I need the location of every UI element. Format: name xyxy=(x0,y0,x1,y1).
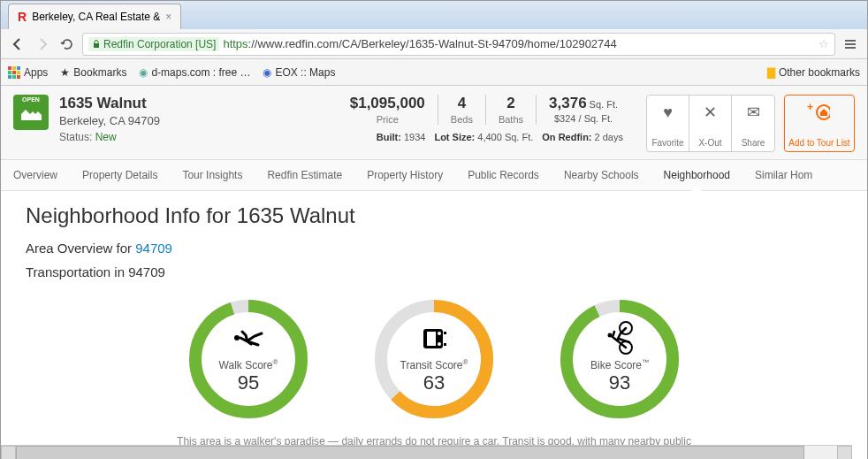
tab-title: Berkeley, CA Real Estate & xyxy=(32,11,160,23)
scroll-thumb[interactable] xyxy=(16,446,804,459)
heart-icon: ♥ xyxy=(663,103,673,122)
stats-block: $1,095,000 Price 4 Beds 2 Baths 3,376S xyxy=(338,95,623,142)
address-street: 1635 Walnut xyxy=(59,95,160,112)
scores: Walk Score® 95 xyxy=(26,297,842,421)
property-header: 1635 Walnut Berkeley, CA 94709 Status: N… xyxy=(1,86,867,160)
scroll-right-button[interactable] xyxy=(837,446,852,459)
walk-value: 95 xyxy=(238,371,259,394)
svg-rect-11 xyxy=(444,343,446,346)
tab-insights[interactable]: Tour Insights xyxy=(182,160,242,190)
page-scroll[interactable]: 1635 Walnut Berkeley, CA 94709 Status: N… xyxy=(1,86,867,459)
address-block: 1635 Walnut Berkeley, CA 94709 Status: N… xyxy=(59,95,160,143)
tab-bar: R Berkeley, CA Real Estate & × xyxy=(1,1,867,29)
walk-label: Walk Score® xyxy=(219,358,278,371)
bookmark-bar: Apps ★ Bookmarks ◉ d-maps.com : free … ◉… xyxy=(1,59,867,86)
page-title: Neighborhood Info for 1635 Walnut xyxy=(26,203,842,228)
meta-row: Built: 1934 Lot Size: 4,400 Sq. Ft. On R… xyxy=(377,132,623,142)
tab-details[interactable]: Property Details xyxy=(82,160,157,190)
globe-icon: ◉ xyxy=(139,66,148,79)
apps-button[interactable]: Apps xyxy=(8,66,48,79)
browser-window: R Berkeley, CA Real Estate & × Redfin Co… xyxy=(0,0,868,459)
svg-rect-12 xyxy=(444,332,446,334)
address-city: Berkeley, CA 94709 xyxy=(59,114,160,127)
page-viewport: 1635 Walnut Berkeley, CA 94709 Status: N… xyxy=(1,86,867,459)
svg-rect-8 xyxy=(427,332,436,346)
star-icon: ★ xyxy=(60,66,70,79)
svg-point-4 xyxy=(234,335,240,340)
stats-row: $1,095,000 Price 4 Beds 2 Baths 3,376S xyxy=(338,95,623,125)
bike-value: 93 xyxy=(609,371,630,394)
action-group: ♥ Favorite ✕ X-Out ✉ Share xyxy=(646,95,775,152)
stat-beds: 4 Beds xyxy=(438,95,486,125)
transit-label: Transit Score® xyxy=(400,358,468,371)
zip-link[interactable]: 94709 xyxy=(135,241,172,256)
subnav: Overview Property Details Tour Insights … xyxy=(1,160,867,191)
bike-score-ring: Bike Score™ 93 xyxy=(558,297,681,421)
actions: ♥ Favorite ✕ X-Out ✉ Share xyxy=(646,95,855,152)
tab-similar[interactable]: Similar Hom xyxy=(755,160,812,190)
apps-label: Apps xyxy=(24,66,48,79)
walk-icon xyxy=(235,325,262,356)
back-button[interactable] xyxy=(8,34,27,54)
other-bookmarks[interactable]: ▇ Other bookmarks xyxy=(767,66,860,79)
tab-history[interactable]: Property History xyxy=(367,160,443,190)
open-house-badge[interactable] xyxy=(13,95,49,130)
tab-close-icon[interactable]: × xyxy=(165,11,171,23)
eye-icon: ◉ xyxy=(263,66,271,79)
walk-score-ring: Walk Score® 95 xyxy=(187,297,310,421)
ssl-org: Redfin Corporation [US] xyxy=(103,38,216,50)
forward-button[interactable] xyxy=(33,34,52,54)
content: Neighborhood Info for 1635 Walnut Area O… xyxy=(1,191,867,459)
transit-score-ring: Transit Score® 63 xyxy=(372,297,496,421)
bike-icon xyxy=(603,325,636,356)
bookmark-star-icon[interactable]: ☆ xyxy=(819,37,829,50)
scroll-track[interactable] xyxy=(16,446,837,459)
status-line: Status: New xyxy=(59,131,160,143)
x-icon: ✕ xyxy=(704,103,717,122)
stat-price: $1,095,000 Price xyxy=(338,95,438,125)
nav-bar: Redfin Corporation [US] https://www.redf… xyxy=(1,29,867,59)
browser-tab[interactable]: R Berkeley, CA Real Estate & × xyxy=(8,4,181,29)
url-text: https://www.redfin.com/CA/Berkeley/1635-… xyxy=(223,37,616,50)
transit-value: 63 xyxy=(423,371,445,394)
tab-neighborhood[interactable]: Neighborhood xyxy=(664,160,730,190)
svg-rect-0 xyxy=(94,43,99,48)
stat-baths: 2 Baths xyxy=(486,95,537,125)
tour-icon: + xyxy=(809,103,830,122)
redfin-favicon: R xyxy=(18,10,27,24)
folder-icon: ▇ xyxy=(767,66,775,79)
transportation-heading: Transportation in 94709 xyxy=(26,264,842,279)
bus-icon xyxy=(420,325,448,356)
tab-estimate[interactable]: Redfin Estimate xyxy=(267,160,342,190)
tab-schools[interactable]: Nearby Schools xyxy=(564,160,639,190)
bookmark-eox[interactable]: ◉ EOX :: Maps xyxy=(263,66,335,79)
tab-records[interactable]: Public Records xyxy=(468,160,539,190)
lock-icon xyxy=(92,40,101,49)
apps-icon xyxy=(8,66,20,79)
url-bar[interactable]: Redfin Corporation [US] https://www.redf… xyxy=(82,33,835,56)
bookmark-dmaps[interactable]: ◉ d-maps.com : free … xyxy=(139,66,250,79)
reload-button[interactable] xyxy=(57,34,77,54)
stat-sqft: 3,376Sq. Ft. $324 / Sq. Ft. xyxy=(537,95,623,124)
scroll-left-button[interactable] xyxy=(1,446,16,459)
favorite-button[interactable]: ♥ Favorite xyxy=(647,96,689,151)
houses-icon xyxy=(19,105,42,125)
share-button[interactable]: ✉ Share xyxy=(732,96,774,151)
menu-button[interactable] xyxy=(841,34,860,54)
tab-overview[interactable]: Overview xyxy=(13,160,57,190)
bookmark-bookmarks[interactable]: ★ Bookmarks xyxy=(60,66,126,79)
svg-point-17 xyxy=(608,333,613,337)
ssl-badge: Redfin Corporation [US] xyxy=(88,37,219,51)
bike-label: Bike Score™ xyxy=(590,358,649,371)
add-tour-button[interactable]: + Add to Tour List xyxy=(784,95,855,152)
mail-icon: ✉ xyxy=(747,103,760,122)
horizontal-scrollbar[interactable] xyxy=(1,445,852,459)
area-overview-heading: Area Overview for 94709 xyxy=(26,241,842,256)
xout-button[interactable]: ✕ X-Out xyxy=(689,96,732,151)
